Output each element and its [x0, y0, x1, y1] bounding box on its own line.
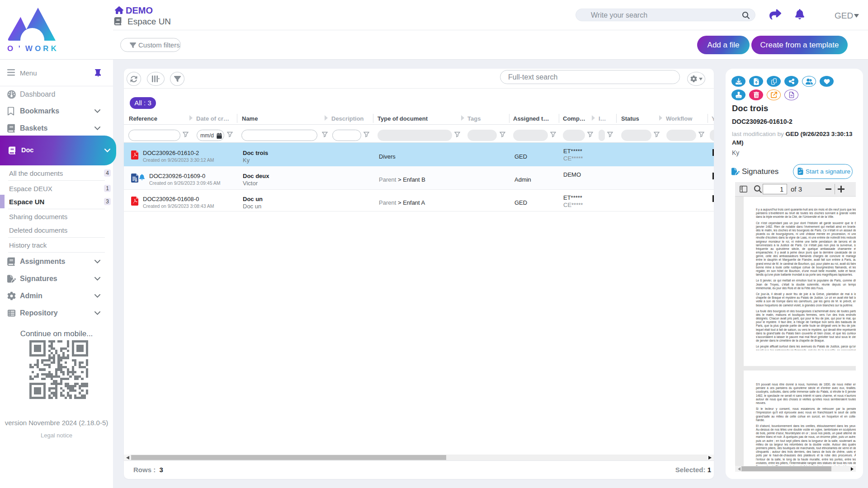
svg-text:w: w: [134, 179, 137, 182]
